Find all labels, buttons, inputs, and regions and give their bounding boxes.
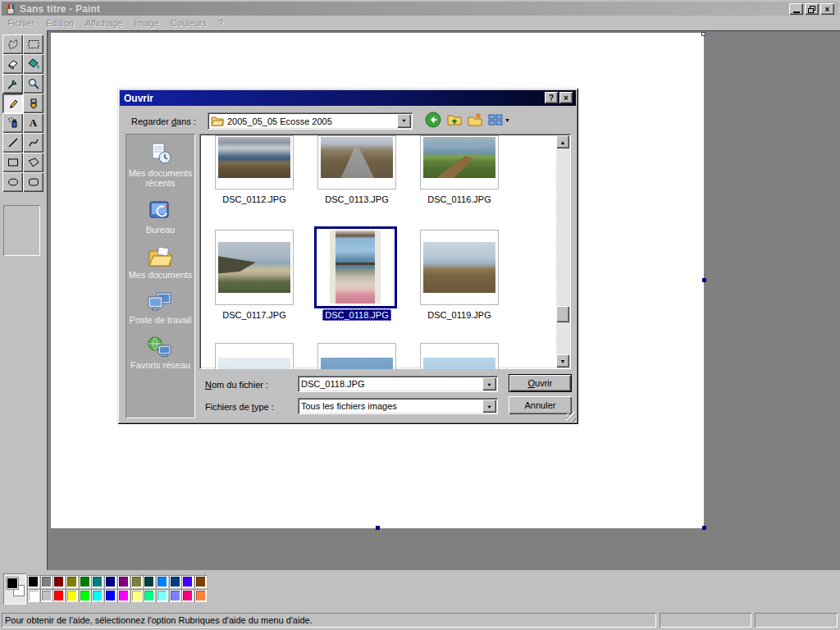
color-swatch[interactable] xyxy=(181,575,194,588)
canvas-resize-handle-right[interactable] xyxy=(702,278,706,282)
color-swatch[interactable] xyxy=(27,575,39,588)
file-item[interactable] xyxy=(215,230,294,305)
file-type-combobox[interactable]: Tous les fichiers images ▼ xyxy=(298,398,498,414)
file-item[interactable] xyxy=(215,343,294,369)
look-in-dropdown-button[interactable]: ▼ xyxy=(397,114,411,128)
cancel-button[interactable]: Annuler xyxy=(509,396,572,414)
up-one-level-icon[interactable] xyxy=(447,112,462,127)
pencil-tool-icon[interactable] xyxy=(2,94,23,113)
color-swatch[interactable] xyxy=(194,589,207,602)
color-swatch[interactable] xyxy=(91,589,103,602)
back-icon[interactable] xyxy=(425,112,441,128)
airbrush-tool-icon[interactable] xyxy=(2,113,23,133)
menu-couleurs[interactable]: Couleurs xyxy=(165,16,212,30)
place-recent-documents[interactable]: Mes documents récents xyxy=(126,142,195,188)
file-name-label[interactable]: DSC_0117.JPG xyxy=(205,310,304,320)
file-list-scrollbar[interactable]: ▲ ▼ xyxy=(556,135,569,368)
menu-fichier[interactable]: Fichier xyxy=(2,16,40,30)
new-folder-icon[interactable] xyxy=(468,112,482,127)
polygon-tool-icon[interactable] xyxy=(23,153,43,172)
color-swatch[interactable] xyxy=(194,575,207,588)
color-swatch[interactable] xyxy=(156,575,168,588)
fill-with-color-tool-icon[interactable] xyxy=(23,54,43,74)
color-swatch[interactable] xyxy=(104,589,116,602)
color-swatch[interactable] xyxy=(143,589,155,602)
file-type-dropdown-button[interactable]: ▼ xyxy=(482,399,496,413)
window-titlebar[interactable]: Sans titre - Paint × xyxy=(2,2,838,16)
color-swatch[interactable] xyxy=(79,589,91,602)
color-swatch[interactable] xyxy=(40,589,52,602)
color-swatch[interactable] xyxy=(117,575,130,588)
ellipse-tool-icon[interactable] xyxy=(2,172,23,192)
file-item[interactable] xyxy=(317,343,396,369)
color-swatch[interactable] xyxy=(66,589,78,602)
file-name-combobox[interactable]: DSC_0118.JPG ▼ xyxy=(298,376,498,392)
color-swatch[interactable] xyxy=(104,575,116,588)
color-swatch[interactable] xyxy=(181,589,194,602)
dialog-titlebar[interactable]: Ouvrir ? × xyxy=(120,90,576,106)
menu-affichage[interactable]: Affichage xyxy=(80,16,129,30)
free-form-select-tool-icon[interactable] xyxy=(2,34,23,54)
file-item[interactable] xyxy=(215,135,294,189)
file-item[interactable] xyxy=(420,135,499,189)
color-swatch[interactable] xyxy=(79,575,91,588)
menu-image[interactable]: Image xyxy=(128,16,165,30)
file-name-label[interactable]: DSC_0113.JPG xyxy=(308,194,406,204)
file-name-dropdown-button[interactable]: ▼ xyxy=(482,377,496,390)
menu-aide[interactable]: ? xyxy=(212,16,229,30)
file-list[interactable]: DSC_0112.JPG DSC_0113.JPG DSC_0116.JPG D… xyxy=(199,134,571,369)
open-button[interactable]: Ouvrir xyxy=(509,374,572,392)
restore-button[interactable] xyxy=(805,3,819,15)
dialog-close-button[interactable]: × xyxy=(559,92,573,103)
scroll-down-button[interactable]: ▼ xyxy=(556,354,569,368)
color-swatch[interactable] xyxy=(52,589,65,602)
look-in-combobox[interactable]: 2005_05_05 Ecosse 2005 ▼ xyxy=(208,112,413,130)
text-tool-icon[interactable]: A xyxy=(23,113,43,133)
file-item[interactable] xyxy=(420,230,499,305)
canvas-resize-handle-bottom[interactable] xyxy=(376,526,380,530)
file-name-label[interactable]: DSC_0112.JPG xyxy=(205,194,304,204)
menu-edition[interactable]: Edition xyxy=(40,16,80,30)
dialog-help-button[interactable]: ? xyxy=(545,92,558,103)
place-my-computer[interactable]: Poste de travail xyxy=(130,290,192,325)
rounded-rectangle-tool-icon[interactable] xyxy=(23,172,43,192)
foreground-color-swatch[interactable] xyxy=(7,578,18,589)
rectangle-tool-icon[interactable] xyxy=(2,153,23,172)
scroll-up-button[interactable]: ▲ xyxy=(556,135,569,148)
pick-color-tool-icon[interactable] xyxy=(2,74,23,94)
file-item[interactable] xyxy=(317,135,396,189)
dialog-resize-grip[interactable] xyxy=(566,412,576,422)
select-tool-icon[interactable] xyxy=(23,34,43,54)
file-name-label[interactable]: DSC_0119.JPG xyxy=(410,310,509,320)
color-swatch[interactable] xyxy=(40,575,52,588)
color-swatch[interactable] xyxy=(66,575,78,588)
line-tool-icon[interactable] xyxy=(2,133,23,153)
place-desktop[interactable]: Bureau xyxy=(146,199,175,235)
file-item[interactable] xyxy=(420,343,499,369)
brush-tool-icon[interactable] xyxy=(23,94,43,113)
magnifier-tool-icon[interactable] xyxy=(23,74,43,94)
eraser-tool-icon[interactable] xyxy=(2,54,23,74)
canvas-resize-handle-top-right[interactable] xyxy=(701,32,705,36)
color-swatch[interactable] xyxy=(169,589,181,602)
color-swatch[interactable] xyxy=(130,575,143,588)
color-swatch[interactable] xyxy=(156,589,168,602)
file-item-selected[interactable] xyxy=(314,226,397,308)
close-button[interactable]: × xyxy=(820,3,834,15)
view-menu-icon[interactable]: ▼ xyxy=(488,113,510,126)
color-swatch[interactable] xyxy=(169,575,181,588)
canvas-resize-handle-corner[interactable] xyxy=(702,526,706,530)
place-network[interactable]: Favoris réseau xyxy=(130,336,190,370)
current-colors-box[interactable] xyxy=(3,573,26,605)
file-name-label[interactable]: DSC_0116.JPG xyxy=(410,194,509,204)
scrollbar-thumb[interactable] xyxy=(556,306,569,322)
curve-tool-icon[interactable] xyxy=(23,133,43,153)
color-swatch[interactable] xyxy=(143,575,155,588)
place-my-documents[interactable]: Mes documents xyxy=(129,245,193,280)
color-swatch[interactable] xyxy=(27,589,39,602)
color-swatch[interactable] xyxy=(130,589,143,602)
file-name-label-selected[interactable]: DSC_0118.JPG xyxy=(308,310,406,320)
color-swatch[interactable] xyxy=(52,575,65,588)
color-swatch[interactable] xyxy=(117,589,130,602)
minimize-button[interactable] xyxy=(789,3,803,15)
